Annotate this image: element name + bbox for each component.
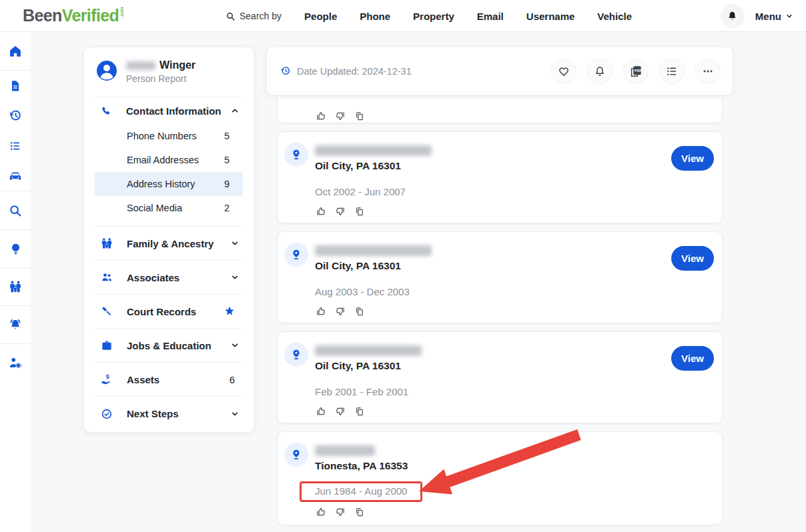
assets-icon: $ [100, 373, 113, 386]
thumbs-up-button[interactable] [315, 305, 327, 317]
home-icon [8, 44, 23, 59]
address-dates: Aug 2003 - Dec 2003 [315, 286, 709, 297]
rail-vehicle-button[interactable] [0, 161, 31, 191]
view-button[interactable]: View [671, 146, 714, 171]
chevron-down-icon [230, 238, 240, 249]
more-options-button[interactable] [695, 59, 721, 84]
search-icon [8, 203, 23, 218]
address-city: Oil City, PA 16301 [315, 160, 709, 172]
thumbs-down-icon [334, 205, 346, 217]
rail-home-button[interactable] [0, 32, 31, 70]
lightbulb-icon [9, 242, 23, 256]
menu-button[interactable]: Menu [755, 11, 794, 22]
thumbs-down-button[interactable] [334, 405, 346, 417]
thumbs-up-icon [315, 506, 327, 518]
item-count: 2 [224, 203, 230, 213]
thumbs-down-icon [334, 305, 346, 317]
nav-email[interactable]: Email [477, 11, 504, 22]
sidebar-item-court-records[interactable]: Court Records [95, 295, 243, 329]
redacted-address [315, 345, 422, 356]
alarm-bell-icon [8, 317, 23, 332]
item-label: Address History [127, 179, 195, 189]
sidebar-item-jobs-education[interactable]: Jobs & Education [95, 329, 243, 363]
redacted-address [315, 145, 432, 156]
address-dates: Jun 1984 - Aug 2000 [315, 485, 407, 497]
view-button[interactable]: View [671, 246, 714, 271]
thumbs-down-button[interactable] [334, 205, 346, 217]
download-pdf-button[interactable]: PDF [623, 59, 649, 84]
nav-username[interactable]: Username [526, 11, 575, 22]
thumbs-up-icon [315, 205, 327, 217]
rail-alerts-button[interactable] [0, 306, 31, 343]
notifications-button[interactable] [721, 4, 745, 28]
favorite-button[interactable] [551, 59, 576, 84]
monitor-alert-button[interactable] [587, 59, 613, 84]
nav-people[interactable]: People [304, 11, 337, 22]
section-label: Next Steps [127, 408, 230, 419]
rail-account-settings-button[interactable] [0, 344, 31, 381]
thumbs-up-icon [315, 405, 327, 417]
copy-icon [354, 405, 366, 417]
list-menu-icon [665, 65, 679, 78]
thumbs-up-button[interactable] [315, 506, 327, 518]
logo-text-verified: Verified [62, 6, 119, 25]
item-count: 5 [224, 155, 230, 165]
list-icon [9, 139, 22, 153]
thumbs-down-button[interactable] [334, 305, 346, 317]
nav-property[interactable]: Property [413, 11, 454, 22]
copy-button[interactable] [354, 405, 366, 417]
thumbs-up-button[interactable] [315, 205, 327, 217]
sidebar-item-email-addresses[interactable]: Email Addresses 5 [95, 148, 243, 172]
chevron-down-icon [230, 409, 240, 419]
search-by-label: Search by [240, 11, 282, 21]
sidebar-item-social-media[interactable]: Social Media 2 [95, 196, 243, 220]
item-count: 9 [224, 179, 230, 189]
sidebar-item-address-history[interactable]: Address History 9 [95, 172, 243, 196]
location-pin-icon [284, 143, 308, 167]
table-of-contents-button[interactable] [659, 59, 685, 84]
rail-report-button[interactable] [0, 71, 31, 101]
thumbs-up-button[interactable] [315, 110, 327, 122]
thumbs-up-button[interactable] [315, 405, 327, 417]
view-button[interactable]: View [671, 346, 714, 371]
thumbs-down-button[interactable] [334, 506, 346, 518]
sidebar-item-next-steps[interactable]: Next Steps [95, 397, 243, 431]
thumbs-up-icon [315, 110, 327, 122]
associates-icon [100, 271, 113, 284]
copy-button[interactable] [354, 305, 366, 317]
rail-list-button[interactable] [0, 131, 31, 161]
item-label: Email Addresses [127, 155, 199, 165]
rail-search-button[interactable] [0, 191, 31, 229]
feedback-row [315, 110, 709, 122]
rail-family-button[interactable] [0, 268, 31, 305]
search-by-button[interactable]: Search by [226, 11, 282, 21]
address-card-highlighted: Tionesta, PA 16353 Jun 1984 - Aug 2000 [277, 431, 723, 525]
pdf-icon: PDF [629, 64, 643, 79]
copy-button[interactable] [354, 205, 366, 217]
nav-vehicle[interactable]: Vehicle [597, 11, 632, 22]
thumbs-down-button[interactable] [334, 110, 346, 122]
nav-phone[interactable]: Phone [360, 11, 390, 22]
address-dates: Oct 2002 - Jun 2007 [315, 186, 709, 197]
address-card-partial [277, 98, 723, 123]
sidebar-item-associates[interactable]: Associates [95, 261, 243, 295]
contact-information-toggle[interactable]: Contact Information [95, 97, 243, 124]
report-sidebar: Winger Person Report Contact Information… [83, 47, 254, 433]
copy-button[interactable] [354, 506, 366, 518]
address-city: Oil City, PA 16301 [315, 260, 709, 272]
sidebar-item-family-ancestry[interactable]: Family & Ancestry [95, 227, 243, 261]
address-city: Oil City, PA 16301 [315, 360, 709, 372]
beenverified-logo[interactable]: BeenVerified.com [23, 6, 124, 25]
person-header: Winger Person Report [95, 47, 243, 97]
copy-button[interactable] [354, 110, 366, 122]
heart-icon [557, 65, 570, 78]
rail-insights-button[interactable] [0, 230, 31, 267]
date-updated-label: Date Updated: 2024-12-31 [297, 66, 412, 77]
copy-icon [354, 110, 366, 122]
top-navigation: Search by People Phone Property Email Us… [226, 0, 632, 32]
rail-history-button[interactable] [0, 101, 31, 131]
item-label: Social Media [127, 203, 182, 213]
sidebar-item-assets[interactable]: $ Assets 6 [95, 363, 243, 397]
sidebar-item-phone-numbers[interactable]: Phone Numbers 5 [95, 124, 243, 148]
report-toolbar: Date Updated: 2024-12-31 PDF [266, 47, 733, 95]
